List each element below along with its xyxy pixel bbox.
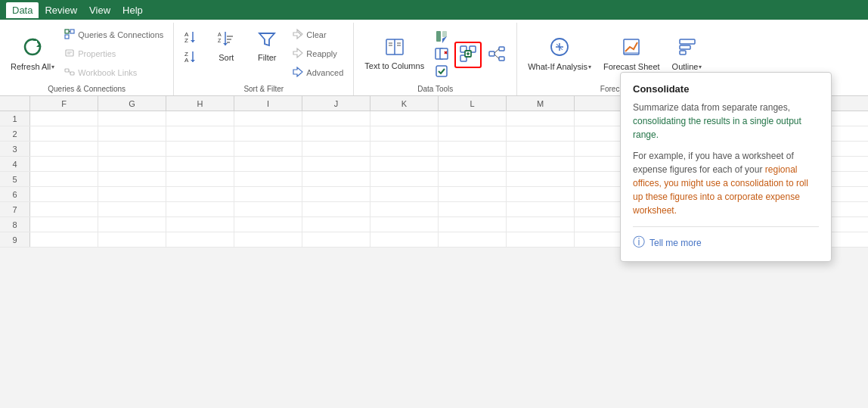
group-queries-content: Refresh All ▾ Queries & Connectio [6,26,167,82]
sort-filter-content: A Z Z A [180,26,347,82]
svg-rect-46 [436,66,447,76]
clear-button[interactable]: Clear [289,26,347,44]
reapply-icon [293,48,303,61]
what-if-button[interactable]: What-If Analysis ▾ [523,33,596,74]
sort-button[interactable]: A Z Sort [207,26,245,65]
svg-marker-16 [191,40,195,42]
svg-rect-54 [499,47,504,51]
svg-line-56 [494,48,499,53]
flash-fill-icon [435,30,448,45]
tooltip-footer[interactable]: ⓘ Tell me more [633,226,819,248]
svg-rect-3 [65,30,69,33]
filter-stack: Clear Reapply Adva [289,26,347,82]
svg-rect-65 [680,45,690,49]
queries-connections-button[interactable]: Queries & Connections [60,26,167,44]
svg-rect-2 [31,41,37,45]
reapply-label: Reapply [306,49,336,58]
reapply-button[interactable]: Reapply [289,45,347,63]
col-header-F: F [30,96,98,111]
tooltip-body1: Summarize data from separate ranges, con… [633,101,819,142]
svg-rect-4 [70,30,74,33]
clear-icon [293,29,303,42]
outline-label: Outline [672,62,699,71]
menu-tab-data[interactable]: Data [6,2,39,18]
tooltip-title: Consolidate [633,83,819,95]
sort-az-button[interactable]: A Z [180,29,204,47]
data-validation-button[interactable] [430,64,453,80]
remove-duplicates-button[interactable] [430,46,453,63]
svg-rect-66 [680,51,686,55]
svg-rect-11 [70,72,74,75]
queries-icon [64,29,75,42]
svg-text:Z: Z [184,37,188,44]
refresh-all-label: Refresh All [11,62,51,71]
data-validation-icon [435,64,448,80]
svg-rect-39 [436,31,441,42]
flash-fill-button[interactable] [430,29,453,45]
menu-tab-view[interactable]: View [83,2,116,18]
sort-az-icon: A Z [184,30,200,47]
svg-line-57 [494,55,499,59]
svg-text:Z: Z [218,38,222,43]
col-header-K: K [370,96,439,111]
what-if-label: What-If Analysis [528,62,587,71]
workbook-links-icon [64,67,75,79]
sort-za-button[interactable]: Z A [180,48,204,67]
svg-text:A: A [218,32,222,37]
group-sort-filter: A Z Z A [174,23,354,95]
menu-tab-help[interactable]: Help [116,2,149,18]
advanced-button[interactable]: Advanced [289,64,347,82]
svg-marker-41 [442,36,447,43]
col-header-M: M [507,96,575,111]
group-sort-filter-title: Sort & Filter [243,82,284,95]
group-queries-title: Queries & Connections [48,82,126,95]
queries-stack: Queries & Connections Properties [60,26,167,82]
sort-icon: A Z [216,29,236,51]
properties-icon [64,48,75,61]
filter-label: Filter [258,53,276,62]
forecast-sheet-button[interactable]: Forecast Sheet [599,33,665,74]
svg-marker-31 [293,48,302,58]
advanced-label: Advanced [306,68,343,77]
svg-rect-10 [65,69,69,72]
queries-connections-label: Queries & Connections [78,30,163,39]
properties-label: Properties [78,49,116,58]
outline-button[interactable]: Outline ▾ [668,33,707,74]
svg-marker-20 [191,60,195,62]
filter-icon [257,29,277,51]
relationships-button[interactable] [483,42,510,67]
svg-rect-7 [66,50,73,56]
row-number-header [0,96,30,111]
forecast-sheet-label: Forecast Sheet [603,62,660,71]
what-if-icon [549,36,570,61]
tell-me-more-link[interactable]: Tell me more [649,238,702,248]
svg-text:A: A [184,57,189,64]
forecast-sheet-icon [621,36,642,61]
tooltip-body2: For example, if you have a worksheet of … [633,149,819,217]
text-to-columns-label: Text to Columns [364,61,424,70]
col-header-L: L [439,96,507,111]
sort-label: Sort [219,53,234,62]
help-icon: ⓘ [633,235,645,248]
remove-duplicates-icon [435,47,448,63]
svg-marker-32 [293,67,302,76]
data-tools-content: Text to Columns [360,26,510,82]
svg-rect-53 [489,51,494,56]
menu-tab-review[interactable]: Review [39,2,83,18]
consolidate-tooltip: Consolidate Summarize data from separate… [620,72,832,248]
col-header-G: G [98,96,166,111]
consolidate-button[interactable] [454,42,482,68]
svg-line-12 [69,70,70,73]
group-queries-connections: Refresh All ▾ Queries & Connectio [0,23,174,95]
refresh-all-button[interactable]: Refresh All ▾ [6,33,59,74]
outline-icon [677,36,698,61]
workbook-links-button[interactable]: Workbook Links [60,64,167,82]
properties-button[interactable]: Properties [60,45,167,63]
workbook-links-label: Workbook Links [78,68,137,77]
filter-button[interactable]: Filter [248,26,286,65]
svg-rect-5 [65,35,69,39]
text-to-columns-button[interactable]: Text to Columns [360,34,429,73]
group-data-tools-title: Data Tools [417,82,453,95]
clear-label: Clear [306,30,326,39]
svg-rect-64 [680,39,695,44]
